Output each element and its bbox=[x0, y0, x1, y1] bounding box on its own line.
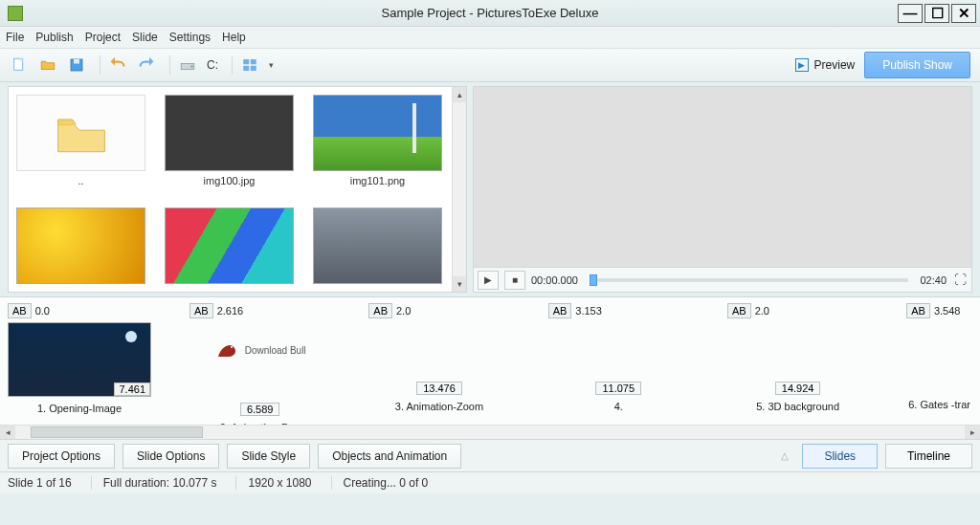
thumbnail-image bbox=[313, 208, 442, 284]
play-button[interactable]: ▶ bbox=[478, 271, 499, 290]
slide-name: 6. Gates -trar bbox=[906, 399, 972, 410]
menu-file[interactable]: File bbox=[6, 31, 24, 44]
svg-rect-9 bbox=[251, 66, 256, 71]
total-time: 02:40 bbox=[920, 274, 947, 286]
slide-options-button[interactable]: Slide Options bbox=[122, 444, 219, 469]
slide-item[interactable]: AB3.153 11.075 4. bbox=[548, 303, 689, 433]
close-button[interactable]: ✕ bbox=[951, 4, 976, 23]
slide-name: 3. Animation-Zoom bbox=[368, 401, 509, 412]
slides-scrollbar[interactable]: ◂ ▸ bbox=[0, 425, 980, 439]
drive-icon[interactable] bbox=[178, 55, 197, 75]
maximize-button[interactable]: ☐ bbox=[924, 4, 949, 23]
preview-button[interactable]: ▶ Preview bbox=[786, 55, 865, 76]
view-mode-icon[interactable] bbox=[240, 55, 259, 75]
ab-button[interactable]: AB bbox=[548, 303, 572, 318]
scroll-up-icon[interactable]: ▴ bbox=[453, 87, 466, 102]
seek-handle[interactable] bbox=[590, 274, 597, 286]
menu-slide[interactable]: Slide bbox=[132, 31, 158, 44]
slide-duration: 13.476 bbox=[416, 382, 462, 395]
svg-rect-6 bbox=[243, 59, 249, 64]
project-options-button[interactable]: Project Options bbox=[8, 444, 115, 469]
ab-value: 3.153 bbox=[575, 305, 602, 317]
slide-duration: 6.589 bbox=[240, 403, 280, 416]
seek-track[interactable] bbox=[590, 278, 909, 282]
browser-item[interactable]: img100.jpg bbox=[165, 95, 294, 188]
thumbnail-image bbox=[165, 208, 294, 284]
objects-animation-label: Objects and Animation bbox=[332, 449, 447, 463]
ab-button[interactable]: AB bbox=[189, 303, 213, 318]
scroll-right-icon[interactable]: ▸ bbox=[965, 426, 980, 439]
bottom-bar: Project Options Slide Options Slide Styl… bbox=[0, 440, 980, 472]
publish-show-label: Publish Show bbox=[882, 58, 952, 72]
svg-point-5 bbox=[190, 65, 192, 67]
minimize-button[interactable]: — bbox=[898, 4, 923, 23]
toolbar: C: ▾ ▶ Preview Publish Show bbox=[0, 48, 980, 82]
slide-item[interactable]: AB2.0 14.924 5. 3D background bbox=[727, 303, 868, 433]
menu-help[interactable]: Help bbox=[222, 31, 246, 44]
browser-item[interactable] bbox=[165, 208, 294, 293]
slide-item[interactable]: AB2.0 13.476 3. Animation-Zoom bbox=[368, 303, 509, 433]
preview-pane: ▶ ■ 00:00.000 02:40 ⛶ bbox=[473, 86, 972, 293]
slide-options-label: Slide Options bbox=[137, 449, 205, 463]
slide-duration: 11.075 bbox=[595, 382, 641, 395]
folder-up-icon bbox=[16, 95, 145, 171]
file-browser: .. img100.jpg img101.png bbox=[8, 86, 467, 293]
svg-rect-7 bbox=[251, 59, 256, 64]
redo-icon[interactable] bbox=[137, 55, 156, 75]
scroll-down-icon[interactable]: ▾ bbox=[453, 276, 466, 292]
ab-value: 3.548 bbox=[934, 305, 961, 317]
menu-project[interactable]: Project bbox=[85, 31, 121, 44]
ab-button[interactable]: AB bbox=[8, 303, 32, 318]
status-bar: Slide 1 of 16 Full duration: 10.077 s 19… bbox=[0, 472, 980, 493]
menu-settings[interactable]: Settings bbox=[169, 31, 211, 44]
slide-item[interactable]: AB2.616 Download Bull 6.589 2. Animation… bbox=[189, 303, 330, 433]
thumbnail-image bbox=[165, 95, 294, 171]
window-title: Sample Project - PicturesToExe Deluxe bbox=[382, 6, 599, 20]
open-folder-icon[interactable] bbox=[38, 55, 57, 75]
browser-item[interactable]: img101.png bbox=[313, 95, 442, 188]
browser-item-parent[interactable]: .. bbox=[16, 95, 145, 188]
collapse-icon[interactable]: △ bbox=[781, 450, 789, 461]
publish-show-button[interactable]: Publish Show bbox=[864, 52, 970, 78]
slide-name: 5. 3D background bbox=[727, 401, 868, 412]
current-time: 00:00.000 bbox=[531, 274, 578, 286]
undo-icon[interactable] bbox=[108, 55, 127, 75]
slide-style-button[interactable]: Slide Style bbox=[227, 444, 310, 469]
browser-item[interactable] bbox=[16, 208, 145, 293]
tab-timeline-label: Timeline bbox=[907, 449, 950, 463]
scroll-thumb[interactable] bbox=[31, 427, 203, 438]
drive-label: C: bbox=[207, 58, 218, 72]
save-icon[interactable] bbox=[67, 55, 86, 75]
browser-item[interactable] bbox=[313, 208, 442, 293]
status-duration: Full duration: 10.077 s bbox=[103, 476, 237, 490]
thumbnail-image bbox=[313, 95, 442, 171]
ab-button[interactable]: AB bbox=[906, 303, 930, 318]
slide-duration: 7.461 bbox=[114, 383, 150, 396]
slide-item[interactable]: AB3.548 6. Gates -trar bbox=[906, 303, 972, 433]
tab-slides[interactable]: Slides bbox=[802, 444, 878, 469]
preview-label: Preview bbox=[814, 58, 856, 72]
slide-item[interactable]: AB0.0 7.461 1. Opening-Image bbox=[8, 303, 151, 433]
tab-timeline[interactable]: Timeline bbox=[885, 444, 972, 469]
slide-duration: 14.924 bbox=[775, 382, 821, 395]
svg-rect-8 bbox=[243, 66, 249, 71]
watermark-text: Download Bull bbox=[245, 345, 306, 356]
svg-rect-1 bbox=[20, 58, 23, 61]
slide-strip: AB0.0 7.461 1. Opening-Image AB2.616 Dow… bbox=[0, 296, 980, 440]
menu-bar: File Publish Project Slide Settings Help bbox=[0, 27, 980, 48]
browser-item-label: img101.png bbox=[350, 175, 406, 188]
stop-button[interactable]: ■ bbox=[504, 271, 525, 290]
ab-button[interactable]: AB bbox=[727, 303, 751, 318]
objects-animation-button[interactable]: Objects and Animation bbox=[318, 444, 461, 469]
dropdown-icon[interactable]: ▾ bbox=[269, 60, 274, 70]
menu-publish[interactable]: Publish bbox=[35, 31, 73, 44]
status-resolution: 1920 x 1080 bbox=[248, 476, 331, 490]
ab-button[interactable]: AB bbox=[368, 303, 392, 318]
browser-scrollbar[interactable]: ▴ ▾ bbox=[452, 87, 466, 292]
new-file-icon[interactable] bbox=[10, 55, 29, 75]
scroll-left-icon[interactable]: ◂ bbox=[0, 426, 15, 439]
project-options-label: Project Options bbox=[22, 449, 100, 463]
watermark-icon bbox=[214, 339, 239, 361]
browser-item-label: .. bbox=[78, 175, 83, 188]
fullscreen-icon[interactable]: ⛶ bbox=[952, 273, 968, 288]
